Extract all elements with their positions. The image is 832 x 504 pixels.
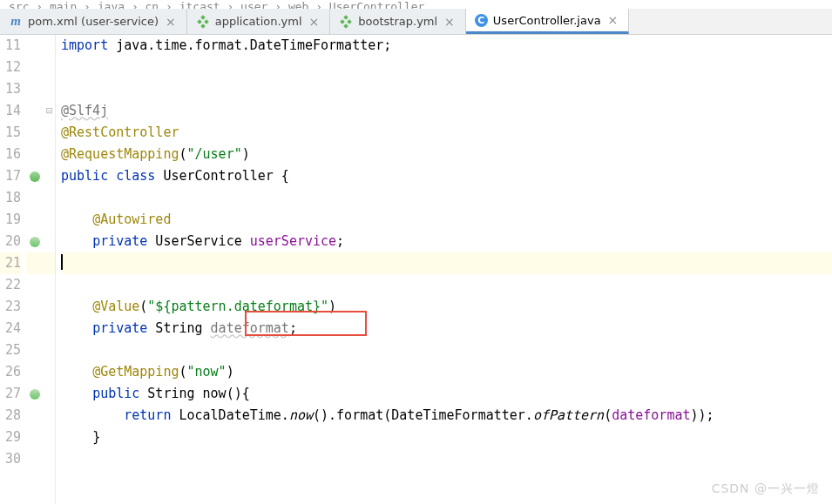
field-ref: dateformat bbox=[612, 407, 690, 423]
tab-label: bootstrap.yml bbox=[358, 15, 437, 28]
kw-private: private bbox=[92, 320, 147, 336]
tab-label: UserController.java bbox=[493, 14, 601, 27]
class-gutter-icon[interactable] bbox=[30, 171, 40, 182]
paren: ) bbox=[242, 146, 250, 162]
type: UserService bbox=[147, 233, 249, 249]
close-icon[interactable]: × bbox=[164, 16, 178, 28]
tab-bootstrap-yml[interactable]: bootstrap.yml × bbox=[330, 9, 466, 34]
paren: ) bbox=[227, 364, 234, 380]
brace: } bbox=[92, 429, 100, 445]
static-ofpattern: ofPattern bbox=[533, 407, 604, 423]
line-number-gutter: 11121314 15161718 19202122 23242526 2728… bbox=[0, 35, 26, 504]
kw-public: public bbox=[61, 168, 116, 184]
kw-private: private bbox=[92, 233, 147, 249]
type: String bbox=[147, 320, 210, 336]
ann-value: @Value bbox=[92, 299, 139, 314]
svg-rect-3 bbox=[200, 24, 206, 29]
type: String bbox=[139, 386, 202, 401]
close-icon[interactable]: × bbox=[308, 16, 321, 28]
tab-label: pom.xml (user-service) bbox=[28, 15, 159, 28]
tab-label: application.yml bbox=[215, 15, 302, 28]
str-pattern: "${pattern.dateformat}" bbox=[147, 299, 328, 314]
kw-import: import bbox=[61, 37, 108, 53]
static-now: now bbox=[289, 407, 313, 423]
breadcrumb: src › main › java › cn › itcast › user ›… bbox=[0, 0, 832, 9]
semi: ; bbox=[289, 320, 297, 336]
tab-usercontroller[interactable]: C UserController.java × bbox=[466, 9, 630, 34]
ann-slf4j: @Slf4j bbox=[61, 103, 108, 118]
close-icon[interactable]: × bbox=[443, 16, 457, 28]
text-cursor bbox=[61, 254, 63, 270]
kw-class: class bbox=[116, 168, 155, 184]
gutter-hints bbox=[26, 35, 44, 504]
editor-tabs: m pom.xml (user-service) × application.y… bbox=[0, 9, 832, 35]
ann-restcontroller: @RestController bbox=[61, 124, 179, 140]
svg-rect-7 bbox=[343, 24, 348, 29]
kw-return: return bbox=[124, 407, 171, 423]
kw-public: public bbox=[92, 386, 139, 401]
import-path: java.time.format.DateTimeFormatter; bbox=[108, 37, 391, 53]
svg-rect-5 bbox=[340, 19, 345, 24]
endpoint-gutter-icon[interactable] bbox=[30, 389, 40, 400]
parens: (){ bbox=[227, 386, 250, 401]
field-dateformat: dateformat bbox=[211, 320, 289, 336]
svg-rect-6 bbox=[347, 19, 352, 24]
paren: ) bbox=[328, 299, 336, 314]
method-name: now bbox=[203, 386, 227, 401]
svg-rect-2 bbox=[204, 19, 209, 24]
semi: ; bbox=[336, 233, 344, 249]
yaml-icon bbox=[196, 15, 210, 29]
code: LocalDateTime. bbox=[171, 407, 288, 423]
str-user: "/user" bbox=[187, 146, 242, 162]
str-now: "now" bbox=[187, 364, 227, 380]
fold-gutter: ⊟ bbox=[44, 35, 56, 504]
svg-rect-1 bbox=[197, 19, 202, 24]
ann-getmapping: @GetMapping bbox=[92, 364, 179, 380]
maven-icon: m bbox=[9, 15, 23, 29]
paren: ( bbox=[179, 364, 186, 380]
paren: ( bbox=[179, 146, 186, 162]
paren: ( bbox=[139, 299, 147, 314]
tab-application-yml[interactable]: application.yml × bbox=[187, 9, 331, 34]
tab-pom-xml[interactable]: m pom.xml (user-service) × bbox=[0, 9, 187, 34]
svg-rect-4 bbox=[343, 15, 348, 20]
ann-autowired: @Autowired bbox=[92, 212, 171, 227]
class-name: UserController { bbox=[155, 168, 289, 184]
svg-rect-0 bbox=[200, 15, 206, 20]
close-icon[interactable]: × bbox=[606, 14, 620, 26]
watermark: CSDN @一兴一燈 bbox=[712, 481, 820, 497]
code: )); bbox=[691, 407, 714, 423]
code: ().format(DateTimeFormatter. bbox=[313, 407, 533, 423]
paren: ( bbox=[604, 407, 612, 423]
field-userservice: userService bbox=[250, 233, 336, 249]
bean-gutter-icon[interactable] bbox=[30, 237, 40, 247]
ann-requestmapping: @RequestMapping bbox=[61, 146, 179, 162]
code-editor[interactable]: 11121314 15161718 19202122 23242526 2728… bbox=[0, 35, 832, 504]
code-area[interactable]: import java.time.format.DateTimeFormatte… bbox=[56, 35, 832, 504]
yaml-icon bbox=[339, 15, 353, 29]
java-class-icon: C bbox=[475, 14, 488, 27]
